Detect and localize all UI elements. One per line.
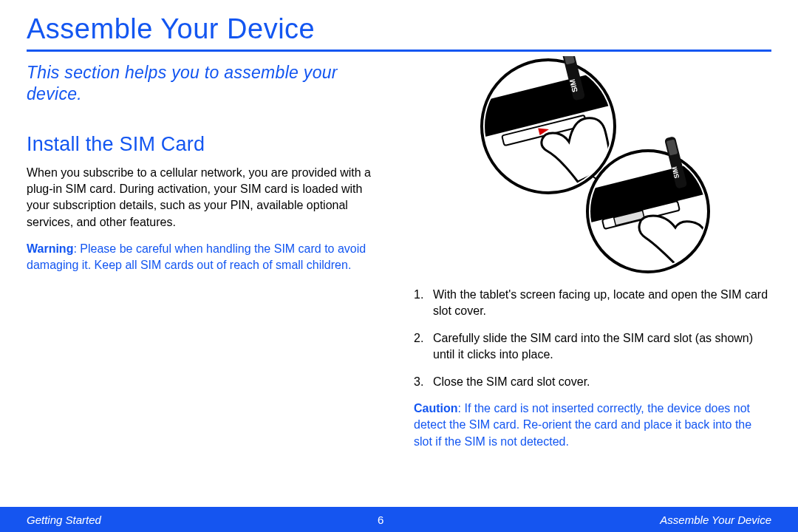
title-rule: [27, 50, 771, 52]
step-2: 2. Carefully slide the SIM card into the…: [414, 330, 771, 364]
step-number: 3.: [414, 374, 433, 390]
step-3: 3. Close the SIM card slot cover.: [414, 374, 771, 390]
content-area: This section helps you to assemble your …: [0, 62, 798, 460]
sim-install-illustration: SIM: [414, 56, 771, 278]
step-text: With the tablet's screen facing up, loca…: [433, 287, 771, 320]
caution-label: Caution: [414, 402, 458, 415]
caution-paragraph: Caution: If the card is not inserted cor…: [414, 400, 771, 450]
step-number: 1.: [414, 287, 433, 320]
footer-page-number: 6: [101, 514, 660, 526]
sim-diagram-icon: SIM: [467, 56, 718, 278]
intro-text: This section helps you to assemble your …: [27, 62, 384, 105]
step-text: Carefully slide the SIM card into the SI…: [433, 330, 771, 364]
page-footer: Getting Started 6 Assemble Your Device: [0, 507, 798, 532]
right-column: SIM: [414, 62, 771, 460]
page-title: Assemble Your Device: [0, 0, 798, 50]
step-text: Close the SIM card slot cover.: [433, 374, 590, 390]
warning-label: Warning: [27, 242, 73, 255]
footer-left: Getting Started: [27, 514, 101, 526]
step-1: 1. With the tablet's screen facing up, l…: [414, 287, 771, 320]
footer-right: Assemble Your Device: [660, 514, 771, 526]
warning-text: : Please be careful when handling the SI…: [27, 242, 366, 271]
section-heading: Install the SIM Card: [27, 133, 384, 156]
caution-text: : If the card is not inserted correctly,…: [414, 402, 751, 448]
warning-paragraph: Warning: Please be careful when handling…: [27, 241, 384, 274]
left-column: This section helps you to assemble your …: [27, 62, 384, 460]
step-number: 2.: [414, 330, 433, 364]
paragraph-1: When you subscribe to a cellular network…: [27, 165, 384, 231]
install-steps: 1. With the tablet's screen facing up, l…: [414, 287, 771, 390]
